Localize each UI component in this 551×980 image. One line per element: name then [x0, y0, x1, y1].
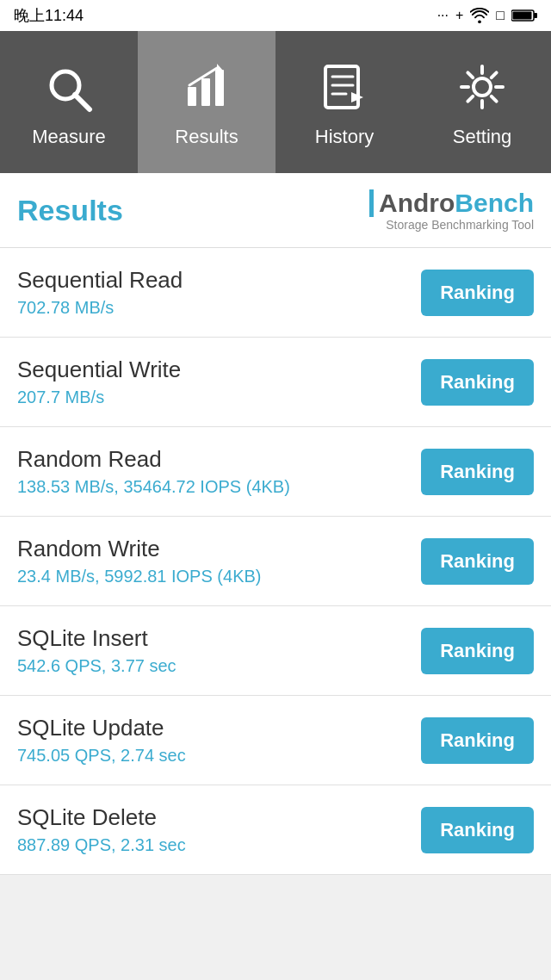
- wifi-icon: [470, 8, 489, 23]
- svg-point-14: [474, 78, 491, 96]
- metric-info-sqlite-update: SQLite Update745.05 QPS, 2.74 sec: [17, 715, 421, 766]
- brand-andro: Andro: [379, 189, 455, 218]
- metric-row-sqlite-delete: SQLite Delete887.89 QPS, 2.31 secRanking: [0, 785, 551, 875]
- svg-rect-5: [188, 87, 196, 106]
- metric-info-sqlite-delete: SQLite Delete887.89 QPS, 2.31 sec: [17, 804, 421, 855]
- status-bar: 晚上11:44 ··· + □: [0, 0, 551, 31]
- metric-info-sequential-read: Sequential Read702.78 MB/s: [17, 267, 421, 318]
- ranking-button-sqlite-insert[interactable]: Ranking: [421, 628, 534, 674]
- metric-name-sequential-write: Sequential Write: [17, 357, 421, 383]
- metric-name-random-read: Random Read: [17, 446, 421, 473]
- metric-row-sequential-read: Sequential Read702.78 MB/sRanking: [0, 248, 551, 338]
- metric-row-sqlite-update: SQLite Update745.05 QPS, 2.74 secRanking: [0, 696, 551, 785]
- svg-rect-2: [513, 12, 532, 20]
- tab-bar: Measure Results History: [0, 31, 551, 173]
- svg-line-4: [75, 95, 90, 109]
- metric-value-sqlite-update: 745.05 QPS, 2.74 sec: [17, 746, 421, 766]
- svg-rect-6: [201, 78, 210, 106]
- battery-icon: [511, 8, 537, 23]
- tab-history[interactable]: History: [276, 31, 413, 173]
- ranking-button-sqlite-delete[interactable]: Ranking: [421, 807, 534, 853]
- results-header: Results AndroBench Storage Benchmarking …: [0, 173, 551, 248]
- ranking-button-sqlite-update[interactable]: Ranking: [421, 717, 534, 764]
- ranking-button-sequential-read[interactable]: Ranking: [421, 270, 534, 316]
- metric-info-random-write: Random Write23.4 MB/s, 5992.81 IOPS (4KB…: [17, 536, 421, 586]
- results-title: Results: [17, 194, 123, 227]
- bluetooth-icon: +: [455, 8, 463, 23]
- tab-setting-label: Setting: [453, 126, 512, 148]
- ranking-button-random-write[interactable]: Ranking: [421, 538, 534, 585]
- svg-marker-8: [217, 64, 224, 71]
- brand-bench: Bench: [455, 189, 534, 218]
- metric-info-sqlite-insert: SQLite Insert542.6 QPS, 3.77 sec: [17, 625, 421, 676]
- svg-rect-7: [215, 70, 224, 106]
- svg-line-19: [467, 72, 473, 78]
- setting-icon: [452, 57, 512, 117]
- history-icon: [314, 57, 375, 117]
- metric-value-random-write: 23.4 MB/s, 5992.81 IOPS (4KB): [17, 567, 421, 586]
- brand-name: AndroBench: [379, 189, 534, 218]
- metric-name-sqlite-update: SQLite Update: [17, 715, 421, 741]
- metric-row-random-read: Random Read138.53 MB/s, 35464.72 IOPS (4…: [0, 427, 551, 517]
- tab-results-label: Results: [175, 126, 238, 148]
- metric-name-sequential-read: Sequential Read: [17, 267, 421, 294]
- ranking-button-random-read[interactable]: Ranking: [421, 449, 534, 495]
- brand-sub: Storage Benchmarking Tool: [386, 218, 534, 232]
- tab-results[interactable]: Results: [138, 31, 276, 173]
- svg-line-21: [492, 72, 497, 78]
- metric-list: Sequential Read702.78 MB/sRankingSequent…: [0, 248, 551, 875]
- brand-bar: [369, 189, 374, 217]
- metric-name-random-write: Random Write: [17, 536, 421, 562]
- svg-rect-1: [534, 13, 537, 18]
- results-icon: [176, 57, 237, 117]
- metric-name-sqlite-insert: SQLite Insert: [17, 625, 421, 652]
- tab-measure[interactable]: Measure: [0, 31, 138, 173]
- ranking-button-sequential-write[interactable]: Ranking: [421, 359, 534, 406]
- metric-value-sequential-read: 702.78 MB/s: [17, 298, 421, 318]
- metric-row-sqlite-insert: SQLite Insert542.6 QPS, 3.77 secRanking: [0, 606, 551, 696]
- metric-row-sequential-write: Sequential Write207.7 MB/sRanking: [0, 338, 551, 427]
- lock-icon: □: [496, 8, 505, 23]
- metric-info-sequential-write: Sequential Write207.7 MB/s: [17, 357, 421, 407]
- tab-history-label: History: [315, 126, 374, 148]
- dots-icon: ···: [437, 8, 449, 23]
- svg-line-22: [467, 96, 473, 101]
- tab-measure-label: Measure: [32, 126, 106, 148]
- metric-value-sqlite-delete: 887.89 QPS, 2.31 sec: [17, 835, 421, 855]
- status-icons: ··· + □: [437, 8, 537, 23]
- metric-name-sqlite-delete: SQLite Delete: [17, 804, 421, 831]
- measure-icon: [39, 57, 99, 117]
- status-time: 晚上11:44: [14, 5, 84, 26]
- metric-value-random-read: 138.53 MB/s, 35464.72 IOPS (4KB): [17, 477, 421, 497]
- brand-container: AndroBench Storage Benchmarking Tool: [369, 189, 534, 232]
- metric-info-random-read: Random Read138.53 MB/s, 35464.72 IOPS (4…: [17, 446, 421, 497]
- metric-value-sequential-write: 207.7 MB/s: [17, 388, 421, 407]
- metric-row-random-write: Random Write23.4 MB/s, 5992.81 IOPS (4KB…: [0, 517, 551, 606]
- metric-value-sqlite-insert: 542.6 QPS, 3.77 sec: [17, 656, 421, 676]
- tab-setting[interactable]: Setting: [413, 31, 551, 173]
- svg-line-20: [492, 96, 497, 101]
